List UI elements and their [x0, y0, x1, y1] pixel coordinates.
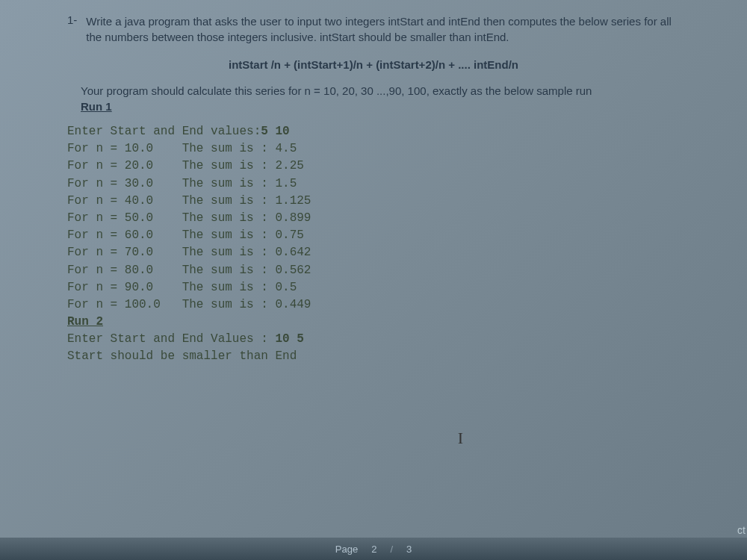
page-label: Page — [335, 544, 358, 555]
status-bar: Page 2 / 3 — [0, 538, 747, 560]
console-prompt-1: Enter Start and End values:5 10 — [67, 123, 680, 140]
page-total: 3 — [406, 544, 412, 555]
page-sep: / — [390, 544, 393, 555]
console-row: For n = 60.0 The sum is : 0.75 — [67, 227, 680, 244]
document-page: 1- Write a java program that asks the us… — [67, 13, 680, 366]
console-row: For n = 40.0 The sum is : 1.125 — [67, 193, 680, 210]
question-number: 1- — [67, 13, 77, 45]
run1-label: Run 1 — [81, 100, 112, 113]
run2-label: Run 2 — [67, 314, 680, 331]
console-row: For n = 30.0 The sum is : 1.5 — [67, 175, 680, 193]
page-current: 2 — [371, 544, 376, 555]
formula: intStart /n + (intStart+1)/n + (intStart… — [67, 58, 680, 71]
console-row: For n = 100.0 The sum is : 0.449 — [67, 296, 680, 314]
console-row: For n = 90.0 The sum is : 0.5 — [67, 279, 680, 296]
ct-label: ct — [737, 524, 746, 536]
console-output: Enter Start and End values:5 10 For n = … — [67, 123, 680, 366]
console-row: For n = 10.0 The sum is : 4.5 — [67, 140, 680, 158]
text-cursor: I — [458, 429, 463, 448]
console-prompt-2: Enter Start and End Values : 10 5 — [67, 331, 680, 348]
console-error: Start should be smaller than End — [67, 348, 680, 365]
console-input-1: 5 10 — [261, 125, 289, 138]
console-row: For n = 70.0 The sum is : 0.642 — [67, 244, 680, 261]
console-row: For n = 20.0 The sum is : 2.25 — [67, 158, 680, 175]
console-row: For n = 50.0 The sum is : 0.899 — [67, 210, 680, 227]
instruction-text: Your program should calculate this serie… — [81, 84, 680, 97]
console-row: For n = 80.0 The sum is : 0.562 — [67, 262, 680, 279]
console-input-2: 10 5 — [275, 332, 303, 346]
question-text: Write a java program that asks the user … — [86, 13, 680, 45]
question-header: 1- Write a java program that asks the us… — [67, 13, 680, 45]
